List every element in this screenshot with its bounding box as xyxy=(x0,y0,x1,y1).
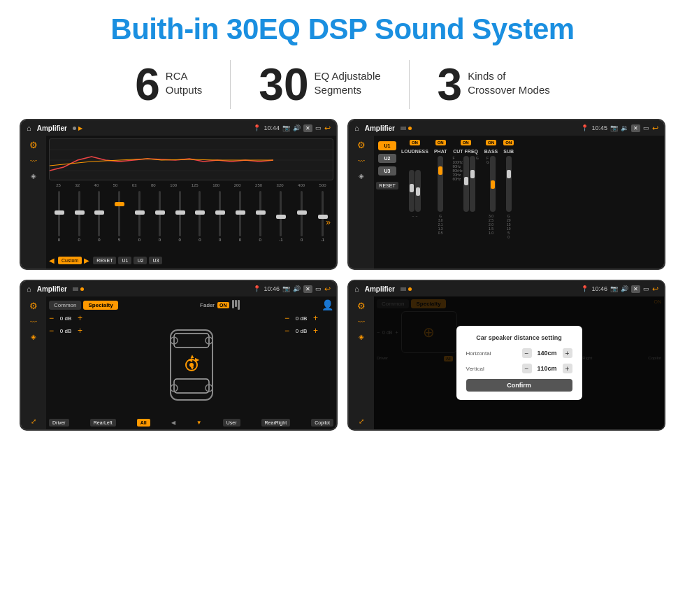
eq-slider-3: 5 xyxy=(118,191,120,254)
fader-label-text: Fader xyxy=(200,302,215,308)
xover-speaker-icon[interactable]: ◈ xyxy=(359,172,364,180)
stats-row: 6 RCA Outputs 30 EQ Adjustable Segments … xyxy=(0,53,685,119)
vol-minus-1[interactable]: − xyxy=(49,326,54,336)
fader-user-btn[interactable]: User xyxy=(223,419,240,427)
eq-statusbar: ⌂ Amplifier ▶ 📍 10:44 📷 🔊 ✕ ▭ ↩ xyxy=(21,120,336,136)
xover-x-icon[interactable]: ✕ xyxy=(631,124,640,132)
eq-prev-arrow[interactable]: ◀ xyxy=(49,257,55,264)
fader-window-icon[interactable]: ▭ xyxy=(315,285,322,292)
dialog-vertical-controls: − 110cm + xyxy=(522,364,572,373)
eq-window-icon[interactable]: ▭ xyxy=(315,124,322,131)
eq-u2-btn[interactable]: U2 xyxy=(134,257,147,264)
xover-back-icon[interactable]: ↩ xyxy=(652,124,658,133)
dialog-horizontal-minus[interactable]: − xyxy=(522,348,532,358)
dialog-x-icon[interactable]: ✕ xyxy=(631,285,640,293)
dialog-vertical-plus[interactable]: + xyxy=(563,364,572,373)
fader-driver-btn[interactable]: Driver xyxy=(49,419,69,427)
bass-on[interactable]: ON xyxy=(486,140,496,145)
xover-u3-btn[interactable]: U3 xyxy=(378,166,396,176)
fader-back-icon[interactable]: ↩ xyxy=(324,285,331,294)
dialog-expand-icon[interactable]: ⤢ xyxy=(359,417,364,425)
eq-speaker-icon[interactable]: ◈ xyxy=(31,172,36,180)
loudness-on[interactable]: ON xyxy=(410,140,420,145)
eq-u1-btn[interactable]: U1 xyxy=(118,257,131,264)
fader-home-icon[interactable]: ⌂ xyxy=(27,285,31,293)
xover-cam-icon: 📷 xyxy=(610,124,618,131)
fader-vol-sidebar-icon[interactable]: ◈ xyxy=(31,333,36,341)
vol-plus-3[interactable]: + xyxy=(313,326,318,336)
eq-slider-8: 0 xyxy=(219,191,221,254)
dialog-time: 10:46 xyxy=(591,285,607,292)
dialog-home-icon[interactable]: ⌂ xyxy=(354,285,359,293)
eq-slider-4: 0 xyxy=(138,191,140,254)
xover-location-icon: 📍 xyxy=(581,124,589,131)
dialog-horizontal-plus[interactable]: + xyxy=(563,348,572,358)
fader-left-arrow[interactable]: ◀ xyxy=(171,420,175,426)
vol-val-2: 0 dB xyxy=(291,315,311,322)
eq-next-arrow[interactable]: » xyxy=(326,217,331,227)
dialog-horizontal-label: Horizontal xyxy=(466,350,491,357)
vol-minus-2[interactable]: − xyxy=(284,313,289,323)
fader-expand-icon[interactable]: ⤢ xyxy=(31,417,36,425)
eq-cam-icon: 📷 xyxy=(282,124,290,131)
eq-slider-12: 0 xyxy=(301,191,303,254)
dialog-statusbar: ⌂ Amplifier 📍 10:46 📷 🔊 ✕ ▭ ↩ xyxy=(349,281,664,296)
dialog-vertical-row: Vertical − 110cm + xyxy=(466,364,572,373)
fader-x-icon[interactable]: ✕ xyxy=(303,285,312,293)
crossover-main: U1 U2 U3 RESET ON LOUDNESS xyxy=(374,136,664,268)
xover-app-title: Amplifier xyxy=(365,124,395,132)
xover-window-icon[interactable]: ▭ xyxy=(643,124,649,131)
fader-rearleft-btn[interactable]: RearLeft xyxy=(90,419,116,427)
dialog-back-icon[interactable]: ↩ xyxy=(652,285,658,294)
vol-plus-0[interactable]: + xyxy=(78,313,82,323)
eq-u3-btn[interactable]: U3 xyxy=(149,257,162,264)
vol-plus-1[interactable]: + xyxy=(78,326,82,336)
fader-on-badge[interactable]: ON xyxy=(217,302,229,308)
eq-wave-icon[interactable]: 〰 xyxy=(30,157,37,165)
xover-loudness: ON LOUDNESS xyxy=(401,140,428,218)
vol-val-1: 0 dB xyxy=(56,328,75,334)
eq-play-arrow[interactable]: ▶ xyxy=(84,257,89,264)
phat-on[interactable]: ON xyxy=(435,140,446,145)
eq-back-icon[interactable]: ↩ xyxy=(324,124,331,133)
eq-custom-btn[interactable]: Custom xyxy=(58,257,82,264)
eq-filter-icon[interactable]: ⚙ xyxy=(29,140,38,150)
fader-common-tab[interactable]: Common xyxy=(49,301,81,310)
dialog-vertical-label: Vertical xyxy=(466,366,484,372)
xover-home-icon[interactable]: ⌂ xyxy=(354,124,359,132)
fader-bottom-bar: Driver RearLeft All ◀ ▼ User RearRight C… xyxy=(49,419,333,427)
eq-slider-6: 0 xyxy=(178,191,180,254)
xover-wave-icon[interactable]: 〰 xyxy=(358,157,365,165)
dialog-vol-sidebar-icon[interactable]: ◈ xyxy=(359,333,364,341)
vol-minus-3[interactable]: − xyxy=(284,326,289,336)
fader-rearright-btn[interactable]: RearRight xyxy=(261,419,291,427)
xover-reset-btn[interactable]: RESET xyxy=(376,182,398,189)
fader-copilot-btn[interactable]: Copilot xyxy=(311,419,333,427)
home-icon[interactable]: ⌂ xyxy=(27,124,31,132)
page-title: Buith-in 30EQ DSP Sound System xyxy=(0,0,685,53)
fader-sidebar: ⚙ 〰 ◈ ⤢ xyxy=(21,296,46,429)
fader-down-arrow[interactable]: ▼ xyxy=(196,420,202,426)
dialog-filter-icon[interactable]: ⚙ xyxy=(357,301,366,311)
fader-avatar-icon[interactable]: 👤 xyxy=(322,299,333,310)
dialog-window-icon[interactable]: ▭ xyxy=(643,285,649,292)
fader-filter-icon[interactable]: ⚙ xyxy=(29,301,38,311)
dialog-confirm-button[interactable]: Confirm xyxy=(466,379,572,392)
vol-plus-2[interactable]: + xyxy=(313,313,318,323)
fader-specialty-tab[interactable]: Specialty xyxy=(83,301,117,310)
xover-filter-icon[interactable]: ⚙ xyxy=(357,140,366,150)
eq-x-icon[interactable]: ✕ xyxy=(303,124,312,132)
cutfreq-on[interactable]: ON xyxy=(461,140,471,145)
xover-u1-btn[interactable]: U1 xyxy=(378,141,396,150)
sub-on[interactable]: ON xyxy=(503,140,514,145)
dialog-vertical-minus[interactable]: − xyxy=(522,364,532,373)
fader-screen-content: Common Specialty Fader ON xyxy=(49,299,333,427)
vol-minus-0[interactable]: − xyxy=(49,313,54,323)
fader-wave-icon[interactable]: 〰 xyxy=(30,318,37,326)
stat-rca: 6 RCA Outputs xyxy=(107,62,230,107)
eq-reset-btn[interactable]: RESET xyxy=(93,257,116,264)
xover-u2-btn[interactable]: U2 xyxy=(378,154,396,163)
dialog-wave-icon[interactable]: 〰 xyxy=(358,318,365,326)
fader-all-btn[interactable]: All xyxy=(137,419,150,427)
fader-main: Common Specialty Fader ON xyxy=(46,296,336,429)
